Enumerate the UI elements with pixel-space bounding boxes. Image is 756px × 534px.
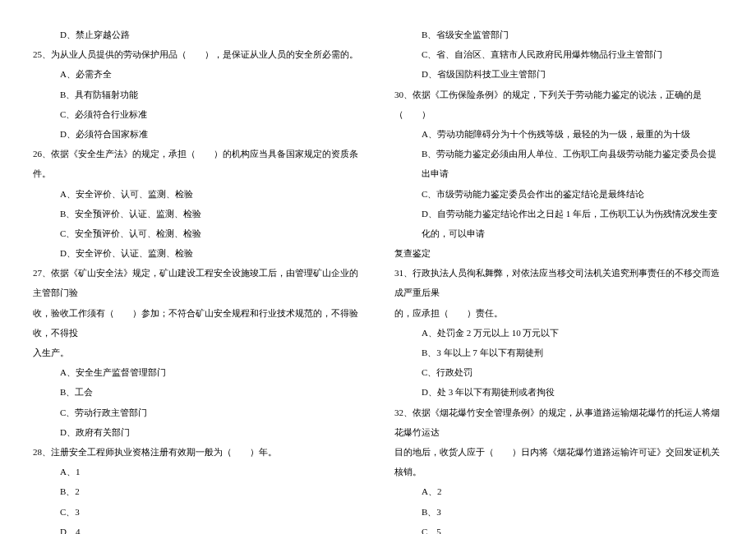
q28-option-b: B、2 bbox=[33, 481, 362, 501]
q25-option-a: A、必需齐全 bbox=[33, 64, 362, 84]
q28-option-c: C、3 bbox=[33, 502, 362, 522]
question-31-cont: 的，应承担（ ）责任。 bbox=[394, 303, 723, 323]
q31-option-d: D、处 3 年以下有期徒刑或者拘役 bbox=[394, 382, 723, 402]
question-30: 30、依据《工伤保险条例》的规定，下列关于劳动能力鉴定的说法，正确的是（ ） bbox=[394, 85, 723, 124]
question-27-cont2: 入生产。 bbox=[33, 343, 362, 362]
q29-option-c: C、省、自治区、直辖市人民政府民用爆炸物品行业主管部门 bbox=[394, 44, 723, 64]
q32-option-a: A、2 bbox=[394, 481, 723, 501]
q27-option-a: A、安全生产监督管理部门 bbox=[33, 362, 362, 382]
question-27-cont: 收，验收工作须有（ ）参加；不符合矿山安全规程和行业技术规范的，不得验收，不得投 bbox=[33, 303, 362, 343]
q26-option-b: B、安全预评价、认证、监测、检验 bbox=[33, 204, 362, 223]
option-d-prev: D、禁止穿越公路 bbox=[33, 25, 362, 44]
q31-option-c: C、行政处罚 bbox=[394, 362, 723, 382]
question-26: 26、依据《安全生产法》的规定，承担（ ）的机构应当具备国家规定的资质条件。 bbox=[33, 144, 362, 183]
q25-option-b: B、具有防辐射功能 bbox=[33, 85, 362, 104]
q29-option-d: D、省级国防科技工业主管部门 bbox=[394, 64, 723, 84]
q30-option-d-cont: 复查鉴定 bbox=[394, 243, 723, 263]
q26-option-d: D、安全评价、认证、监测、检验 bbox=[33, 243, 362, 263]
q27-option-b: B、工会 bbox=[33, 382, 362, 402]
question-32: 32、依据《烟花爆竹安全管理条例》的规定，从事道路运输烟花爆竹的托运人将烟花爆竹… bbox=[394, 403, 723, 442]
q26-option-a: A、安全评价、认可、监测、检验 bbox=[33, 184, 362, 204]
question-31: 31、行政执法人员徇私舞弊，对依法应当移交司法机关追究刑事责任的不移交而造成严重… bbox=[394, 263, 723, 302]
q30-option-a: A、劳动功能障碍分为十个伤残等级，最轻的为一级，最重的为十级 bbox=[394, 124, 723, 144]
q30-option-b: B、劳动能力鉴定必须由用人单位、工伤职工向县级劳动能力鉴定委员会提出申请 bbox=[394, 144, 723, 183]
q32-option-b: B、3 bbox=[394, 502, 723, 522]
question-25: 25、为从业人员提供的劳动保护用品（ ），是保证从业人员的安全所必需的。 bbox=[33, 44, 362, 64]
q31-option-a: A、处罚金 2 万元以上 10 万元以下 bbox=[394, 323, 723, 343]
q30-option-d: D、自劳动能力鉴定结论作出之日起 1 年后，工伤职工认为伤残情况发生变化的，可以… bbox=[394, 204, 723, 243]
question-32-cont: 目的地后，收货人应于（ ）日内将《烟花爆竹道路运输许可证》交回发证机关核销。 bbox=[394, 442, 723, 481]
question-27: 27、依据《矿山安全法》规定，矿山建设工程安全设施竣工后，由管理矿山企业的主管部… bbox=[33, 263, 362, 302]
q30-option-c: C、市级劳动能力鉴定委员会作出的鉴定结论是最终结论 bbox=[394, 184, 723, 204]
q28-option-a: A、1 bbox=[33, 462, 362, 481]
q25-option-d: D、必须符合国家标准 bbox=[33, 124, 362, 144]
q25-option-c: C、必须符合行业标准 bbox=[33, 104, 362, 124]
q32-option-c: C、5 bbox=[394, 522, 723, 534]
q28-option-d: D、4 bbox=[33, 522, 362, 534]
q31-option-b: B、3 年以上 7 年以下有期徒刑 bbox=[394, 343, 723, 362]
q26-option-c: C、安全预评价、认可、检测、检验 bbox=[33, 223, 362, 243]
question-28: 28、注册安全工程师执业资格注册有效期一般为（ ）年。 bbox=[33, 442, 362, 462]
q29-option-b: B、省级安全监管部门 bbox=[394, 25, 723, 44]
q27-option-c: C、劳动行政主管部门 bbox=[33, 403, 362, 422]
q27-option-d: D、政府有关部门 bbox=[33, 422, 362, 442]
